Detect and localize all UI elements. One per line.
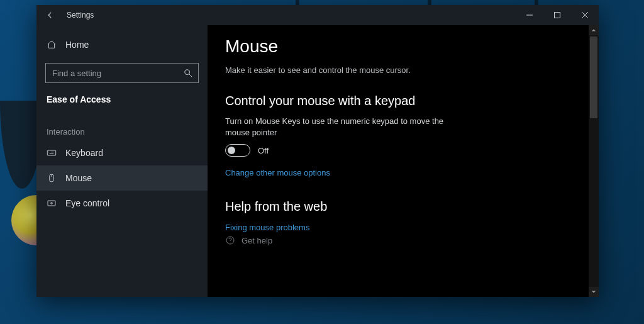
sidebar-group: Interaction xyxy=(36,109,208,140)
get-help-row[interactable]: Get help xyxy=(225,235,571,245)
mouse-keys-description: Turn on Mouse Keys to use the numeric ke… xyxy=(225,116,464,138)
minimize-icon xyxy=(526,12,533,18)
search-box[interactable] xyxy=(45,63,199,83)
sidebar-item-label: Mouse xyxy=(65,173,92,183)
get-help-icon xyxy=(225,235,235,245)
content-pane: Mouse Make it easier to see and control … xyxy=(208,25,599,297)
sidebar-category: Ease of Access xyxy=(36,83,208,109)
chevron-down-icon xyxy=(591,289,596,294)
search-icon xyxy=(183,68,193,81)
maximize-button[interactable] xyxy=(543,5,571,25)
section-heading-help: Help from the web xyxy=(225,199,571,214)
home-nav[interactable]: Home xyxy=(36,33,208,57)
search-input[interactable] xyxy=(52,69,179,78)
sidebar-item-keyboard[interactable]: Keyboard xyxy=(36,140,208,165)
svg-rect-4 xyxy=(48,201,55,206)
sidebar: Home Ease of Access Interaction Keyboard… xyxy=(36,25,208,297)
close-button[interactable] xyxy=(571,5,599,25)
scroll-down-button[interactable] xyxy=(589,287,599,297)
page-description: Make it easier to see and control the mo… xyxy=(225,65,571,75)
sidebar-item-eye-control[interactable]: Eye control xyxy=(36,191,208,216)
chevron-up-icon xyxy=(591,28,596,33)
vertical-scrollbar[interactable] xyxy=(589,25,599,297)
mouse-keys-toggle-label: Off xyxy=(258,146,269,155)
fixing-mouse-problems-link[interactable]: Fixing mouse problems xyxy=(225,223,309,232)
mouse-keys-toggle[interactable] xyxy=(225,144,250,157)
get-help-label: Get help xyxy=(242,236,272,245)
change-mouse-options-link[interactable]: Change other mouse options xyxy=(225,168,330,177)
toggle-knob xyxy=(228,147,235,154)
back-button[interactable] xyxy=(36,5,64,25)
section-heading-keypad: Control your mouse with a keypad xyxy=(225,94,571,108)
svg-point-1 xyxy=(185,70,190,75)
window-title: Settings xyxy=(64,11,94,20)
titlebar: Settings xyxy=(36,5,599,25)
arrow-left-icon xyxy=(46,11,55,20)
home-label: Home xyxy=(65,40,89,50)
sidebar-item-label: Eye control xyxy=(65,198,109,208)
eye-control-icon xyxy=(47,198,57,208)
svg-rect-2 xyxy=(47,150,55,155)
svg-point-5 xyxy=(51,203,53,204)
sidebar-item-mouse[interactable]: Mouse xyxy=(36,165,208,191)
keyboard-icon xyxy=(47,148,57,158)
minimize-button[interactable] xyxy=(516,5,543,25)
settings-window: Settings Home xyxy=(36,5,599,297)
page-title: Mouse xyxy=(225,36,571,57)
home-icon xyxy=(47,40,57,50)
close-icon xyxy=(582,12,588,18)
sidebar-item-label: Keyboard xyxy=(65,148,103,158)
svg-rect-0 xyxy=(555,13,560,18)
maximize-icon xyxy=(554,12,560,18)
scrollbar-thumb[interactable] xyxy=(590,36,597,118)
mouse-icon xyxy=(47,173,57,183)
scroll-up-button[interactable] xyxy=(589,25,599,35)
